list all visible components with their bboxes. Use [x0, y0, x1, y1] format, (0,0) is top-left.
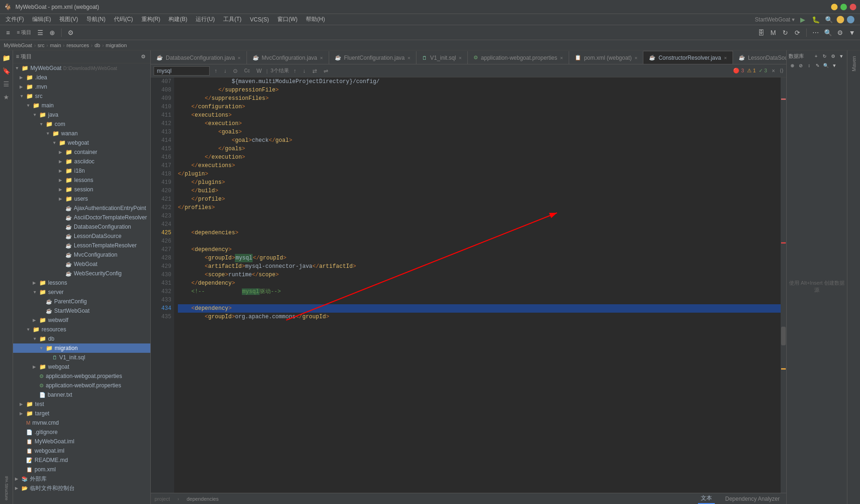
run-button[interactable]: ▶ — [797, 14, 808, 25]
toolbar-db[interactable]: 🗄 — [756, 28, 766, 38]
structure-icon[interactable]: ☰ — [1, 78, 12, 90]
db-panel-add[interactable]: + — [812, 52, 820, 60]
tree-websecurity[interactable]: ▶ ☕ WebSecurityConfig — [13, 269, 150, 278]
tree-mvcconfig[interactable]: ▶ ☕ MvcConfiguration — [13, 250, 150, 259]
tree-startwebgoat[interactable]: ▶ ☕ StartWebGoat — [13, 306, 150, 315]
tree-dbconfig[interactable]: ▶ ☕ DatabaseConfiguration — [13, 222, 150, 231]
panel-settings-btn[interactable]: ⚙ — [139, 53, 148, 61]
search-wrap-btn[interactable]: ⊙ — [231, 67, 240, 75]
tree-wanan[interactable]: ▼ 📁 wanan — [13, 129, 150, 138]
menu-nav[interactable]: 导航(N) — [83, 14, 109, 24]
tree-i18n[interactable]: ▶ 📁 i18n — [13, 166, 150, 175]
menu-build[interactable]: 构建(B) — [165, 14, 191, 24]
db-panel-btn5[interactable]: 🔍 — [822, 62, 830, 69]
tree-target[interactable]: ▶ 📁 target — [13, 409, 150, 418]
menu-run[interactable]: 运行(U) — [192, 14, 219, 24]
pa-structure-icon[interactable]: IPA Structure — [1, 474, 12, 502]
db-panel-btn4[interactable]: ✎ — [814, 62, 821, 69]
code-content[interactable]: ${maven.multiModuleProjectDirectory}/con… — [174, 77, 786, 493]
code-editor[interactable]: 407 408 409 410 411 412 413 414 415 416 … — [151, 77, 786, 493]
menu-edit[interactable]: 编辑(E) — [28, 14, 55, 24]
tab-v1sql[interactable]: 🗒 V1_init.sql × — [416, 51, 468, 64]
toolbar-sync[interactable]: ↻ — [780, 28, 790, 38]
tree-external-libs[interactable]: ▶ 📚 外部库 — [13, 474, 150, 483]
toolbar-structure[interactable]: ☰ — [35, 28, 45, 38]
tree-asciidoc-resolver[interactable]: ▶ ☕ AsciiDoctorTemplateResolver — [13, 213, 150, 222]
tree-pomxml[interactable]: ▶ 📋 pom.xml — [13, 465, 150, 474]
tree-scratch[interactable]: ▶ 📂 临时文件和控制台 — [13, 483, 150, 493]
search-next-btn[interactable]: ↓ — [222, 67, 228, 75]
search-case-btn[interactable]: Cc — [242, 68, 252, 74]
bc-migration[interactable]: migration — [106, 42, 127, 48]
menu-refactor[interactable]: 重构(R) — [138, 14, 164, 24]
sidebar-toggle-icon[interactable]: 📁 — [1, 52, 12, 63]
bc-resources[interactable]: resources — [66, 42, 89, 48]
close-button[interactable] — [850, 4, 856, 10]
menu-file[interactable]: 文件(F) — [2, 14, 28, 24]
db-panel-refresh[interactable]: ↻ — [821, 52, 828, 60]
tree-parentconfig[interactable]: ▶ ☕ ParentConfig — [13, 297, 150, 306]
tree-server[interactable]: ▼ 📁 server — [13, 287, 150, 297]
tab-text[interactable]: 文本 — [698, 493, 715, 504]
tree-mvnwcmd[interactable]: ▶ M mvnw.cmd — [13, 418, 150, 427]
db-panel-btn2[interactable]: ⊘ — [797, 62, 804, 69]
tree-banner[interactable]: ▶ 📄 banner.txt — [13, 390, 150, 399]
db-panel-filter[interactable]: ▼ — [838, 52, 845, 60]
editor-scrollbar[interactable] — [781, 77, 786, 493]
search-down2-btn[interactable]: ↓ — [301, 67, 308, 75]
tree-resources[interactable]: ▼ 📁 resources — [13, 325, 150, 334]
menu-help[interactable]: 帮助(H) — [302, 14, 329, 24]
db-panel-settings[interactable]: ⚙ — [829, 52, 837, 60]
bc-main[interactable]: main — [50, 42, 61, 48]
toolbar-project[interactable]: ≡ — [3, 28, 13, 38]
tab-mvcconfig[interactable]: ☕ MvcConfiguration.java × — [247, 51, 329, 64]
search-everywhere[interactable]: 🔍 — [824, 14, 834, 25]
toolbar-filter[interactable]: ▼ — [847, 28, 857, 38]
tree-com[interactable]: ▼ 📁 com — [13, 119, 150, 129]
db-panel-btn6[interactable]: ▼ — [831, 62, 838, 69]
tree-webgoat-pkg[interactable]: ▼ 📁 webgoat — [13, 138, 150, 147]
tree-java[interactable]: ▼ 📁 java — [13, 110, 150, 119]
tree-src[interactable]: ▼ 📁 src — [13, 91, 150, 101]
tree-mywebgoat-iml[interactable]: ▶ 📋 MyWebGoat.iml — [13, 437, 150, 446]
tree-webwolf[interactable]: ▶ 📁 webwolf — [13, 315, 150, 325]
toolbar-settings2[interactable]: ⚙ — [835, 28, 845, 38]
tree-gitignore[interactable]: ▶ 📄 .gitignore — [13, 427, 150, 437]
menu-vcs[interactable]: VCS(S) — [246, 15, 273, 24]
tab-constructor[interactable]: ☕ ConstructorResolver.java × — [643, 51, 733, 64]
search-prev-btn[interactable]: ↑ — [212, 67, 219, 75]
maven-label[interactable]: Maven — [851, 56, 857, 71]
bc-root[interactable]: MyWebGoat — [4, 42, 32, 48]
tab-lessonds[interactable]: ☕ LessonDataSource.java × — [733, 51, 786, 64]
tree-lessontr[interactable]: ▶ ☕ LessonTemplateResolver — [13, 241, 150, 250]
minimize-button[interactable] — [831, 4, 838, 10]
tree-webgoat-res[interactable]: ▶ 📁 webgoat — [13, 362, 150, 371]
window-controls[interactable] — [831, 4, 856, 10]
toolbar-settings[interactable]: ⚙ — [65, 28, 76, 38]
toolbar-maven[interactable]: M — [768, 28, 778, 38]
menu-window[interactable]: 窗口(W) — [274, 14, 301, 24]
maximize-button[interactable] — [840, 4, 847, 10]
search-word-btn[interactable]: W — [254, 67, 263, 75]
search-input[interactable] — [154, 66, 210, 76]
toolbar-more[interactable]: ⋯ — [811, 28, 821, 38]
menu-view[interactable]: 视图(V) — [56, 14, 82, 24]
tree-root[interactable]: ▼ 📁 MyWebGoat D:\Download\MyWebGoat — [13, 63, 150, 73]
menu-tools[interactable]: 工具(T) — [219, 14, 245, 24]
tab-pom-close[interactable]: × — [634, 55, 637, 61]
search-replace2-btn[interactable]: ⇌ — [322, 67, 330, 75]
tree-mvn[interactable]: ▶ 📁 .mvn — [13, 82, 150, 91]
tree-session[interactable]: ▶ 📁 session — [13, 185, 150, 194]
search-replace-btn[interactable]: ⇄ — [310, 67, 319, 75]
bc-src[interactable]: src — [38, 42, 45, 48]
scroll-thumb[interactable] — [781, 327, 786, 345]
tab-dbconfig[interactable]: ☕ DatabaseConfiguration.java × — [151, 51, 247, 64]
tree-test[interactable]: ▶ 📁 test — [13, 399, 150, 409]
tree-lessonds[interactable]: ▶ ☕ LessonDataSource — [13, 231, 150, 241]
toolbar-refresh[interactable]: ⟳ — [792, 28, 803, 38]
tab-mvcconfig-close[interactable]: × — [320, 55, 323, 61]
bc-db[interactable]: db — [94, 42, 100, 48]
tree-app-webgoat-prop[interactable]: ▶ ⚙ application-webgoat.properties — [13, 371, 150, 381]
db-panel-btn1[interactable]: ⊕ — [789, 62, 796, 69]
tree-readme[interactable]: ▶ 📝 README.md — [13, 455, 150, 465]
